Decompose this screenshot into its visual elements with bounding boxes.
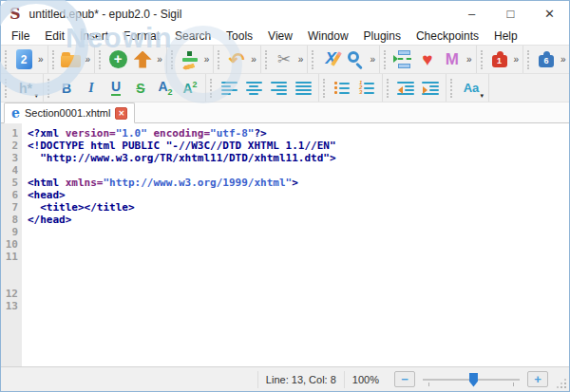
code-line[interactable]: <?xml version="1.0" encoding="utf-8"?> — [28, 127, 569, 140]
menu-format[interactable]: Format — [116, 28, 167, 44]
toolbar-drag-handle[interactable] — [387, 79, 390, 98]
add-existing-button[interactable] — [130, 47, 155, 72]
plugin-6-button[interactable]: 6 — [534, 47, 559, 72]
toolbar-drag-handle[interactable] — [323, 79, 327, 98]
menu-window[interactable]: Window — [300, 28, 356, 44]
overflow-chevron[interactable]: » — [465, 55, 473, 65]
menu-insert[interactable]: Insert — [72, 28, 116, 44]
find-button[interactable] — [343, 47, 368, 72]
title-bar: S untitled.epub* - epub2.0 - Sigil – □ ✕ — [1, 1, 569, 27]
new-epub-button[interactable]: 2 — [11, 47, 36, 72]
toolbar-drag-handle[interactable] — [265, 50, 269, 69]
align-left-icon — [221, 82, 238, 95]
heading-style-button[interactable]: h* ▾ — [11, 76, 40, 101]
menu-view[interactable]: View — [260, 28, 300, 44]
slider-tick — [513, 383, 514, 386]
add-file-button[interactable]: + — [105, 47, 130, 72]
wellformed-check-button[interactable]: X — [318, 47, 343, 72]
align-justify-button[interactable] — [291, 76, 315, 101]
toolbar-drag-handle[interactable] — [210, 79, 214, 98]
numbered-list-button[interactable]: 1 2 3 — [354, 76, 379, 101]
change-case-button[interactable]: Aa ▾ — [457, 76, 485, 101]
undo-button[interactable]: ↶ — [224, 47, 249, 72]
cut-button[interactable]: ✂ — [272, 47, 296, 72]
menu-checkpoints[interactable]: Checkpoints — [408, 28, 486, 44]
donate-button[interactable]: ♥ — [415, 47, 440, 72]
close-button[interactable]: ✕ — [530, 1, 569, 27]
slider-thumb[interactable] — [469, 373, 478, 387]
menu-edit[interactable]: Edit — [37, 28, 72, 44]
align-right-button[interactable] — [266, 76, 291, 101]
overflow-chevron[interactable]: » — [249, 55, 257, 65]
bullet-list-button[interactable] — [330, 76, 354, 101]
overflow-chevron[interactable]: » — [512, 55, 521, 65]
strikethrough-button[interactable]: S — [128, 76, 153, 101]
tab-close-icon[interactable]: ✕ — [115, 107, 127, 120]
indent-icon — [422, 82, 439, 95]
zoom-in-button[interactable]: + — [527, 371, 548, 387]
toolbar-drag-handle[interactable] — [384, 50, 388, 69]
toolbar-drag-handle[interactable] — [312, 50, 315, 69]
overflow-chevron[interactable]: » — [368, 55, 376, 65]
underline-button[interactable]: U — [104, 76, 128, 101]
outdent-button[interactable] — [393, 76, 418, 101]
menu-search[interactable]: Search — [167, 28, 218, 44]
toolbar-drag-handle[interactable] — [5, 50, 9, 69]
code-line[interactable]: <html xmlns="http://www.w3.org/1999/xhtm… — [28, 177, 569, 189]
toolbar-drag-handle[interactable] — [52, 50, 56, 69]
toolbar-drag-handle[interactable] — [48, 79, 51, 98]
align-center-button[interactable] — [241, 76, 266, 101]
overflow-chevron[interactable]: » — [202, 55, 211, 65]
chevron-down-icon: ▾ — [480, 92, 484, 99]
maximize-button[interactable]: □ — [491, 1, 530, 27]
code-line[interactable]: <title></title> — [28, 201, 569, 214]
group-plugin6: 6 » — [523, 46, 570, 73]
menu-tools[interactable]: Tools — [218, 28, 260, 44]
code-editor[interactable]: 12345678910111213 <?xml version="1.0" en… — [1, 123, 569, 366]
toolbar-drag-handle[interactable] — [171, 50, 175, 69]
toolbar-drag-handle[interactable] — [5, 79, 9, 98]
indent-button[interactable] — [418, 76, 443, 101]
toolbar-drag-handle[interactable] — [99, 50, 103, 69]
code-line[interactable]: <!DOCTYPE html PUBLIC "-//W3C//DTD XHTML… — [28, 140, 569, 152]
menu-file[interactable]: File — [4, 28, 37, 44]
tab-section0001[interactable]: e Section0001.xhtml ✕ — [4, 103, 135, 123]
plugin-1-button[interactable]: 1 — [487, 47, 512, 72]
tab-label: Section0001.xhtml — [25, 107, 111, 119]
align-left-button[interactable] — [217, 76, 241, 101]
toolbar-drag-handle[interactable] — [218, 50, 221, 69]
italic-icon: I — [88, 82, 93, 95]
superscript-button[interactable]: A2 — [178, 76, 202, 101]
resize-grip[interactable] — [558, 380, 566, 388]
overflow-chevron[interactable]: » — [559, 55, 567, 65]
open-button[interactable] — [59, 47, 84, 72]
toolbar-drag-handle[interactable] — [450, 79, 454, 98]
toolbar-format: h* ▾ B I U S A2 A2 — [1, 73, 569, 102]
overflow-chevron[interactable]: » — [155, 55, 163, 65]
code-line[interactable]: "http://www.w3.org/TR/xhtml11/DTD/xhtml1… — [28, 152, 569, 164]
menu-help[interactable]: Help — [486, 28, 525, 44]
toolbar-drag-handle[interactable] — [481, 50, 484, 69]
overflow-chevron[interactable]: » — [296, 55, 305, 65]
italic-button[interactable]: I — [79, 76, 104, 101]
puzzle-red-icon: 1 — [492, 55, 507, 67]
zoom-slider[interactable] — [423, 371, 520, 388]
code-line[interactable]: <head> — [28, 189, 569, 201]
xhtml-file-icon: e — [11, 106, 20, 120]
zoom-level: 100% — [344, 371, 387, 388]
overflow-chevron[interactable]: » — [84, 55, 92, 65]
code-line[interactable]: </head> — [28, 214, 569, 226]
toolbar-drag-handle[interactable] — [527, 50, 531, 69]
mend-button[interactable] — [178, 47, 202, 72]
group-lists: 1 2 3 — [319, 74, 383, 102]
metadata-editor-button[interactable]: M — [440, 47, 465, 72]
minimize-button[interactable]: – — [452, 1, 491, 27]
menu-plugins[interactable]: Plugins — [356, 28, 408, 44]
overflow-chevron[interactable]: » — [36, 55, 45, 65]
code-line[interactable] — [28, 164, 569, 177]
bold-button[interactable]: B — [54, 76, 79, 101]
code-area[interactable]: <?xml version="1.0" encoding="utf-8"?><!… — [22, 123, 569, 366]
zoom-out-button[interactable]: − — [394, 371, 415, 387]
subscript-button[interactable]: A2 — [153, 76, 178, 101]
split-at-cursor-button[interactable] — [390, 47, 415, 72]
